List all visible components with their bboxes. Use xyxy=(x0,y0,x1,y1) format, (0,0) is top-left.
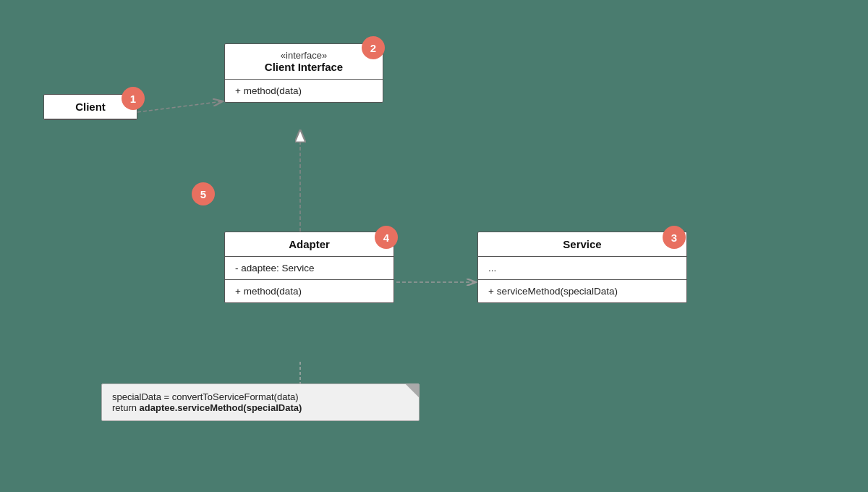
adapter-box-title: Adapter xyxy=(225,232,393,257)
note-line2: return adaptee.serviceMethod(specialData… xyxy=(112,402,409,413)
badge-3: 3 xyxy=(663,226,686,249)
svg-line-1 xyxy=(137,101,223,112)
service-field: ... xyxy=(478,257,686,280)
adapter-box: Adapter - adaptee: Service + method(data… xyxy=(224,232,394,303)
badge-4: 4 xyxy=(375,226,398,249)
interface-stereotype: «interface» xyxy=(235,50,373,61)
service-method: + serviceMethod(specialData) xyxy=(478,280,686,302)
adapter-field: - adaptee: Service xyxy=(225,257,393,280)
interface-box: «interface» Client Interface + method(da… xyxy=(224,43,383,103)
adapter-classname: Adapter xyxy=(235,238,383,250)
interface-method: + method(data) xyxy=(225,80,383,102)
adapter-method: + method(data) xyxy=(225,280,393,302)
badge-5: 5 xyxy=(192,182,215,205)
interface-box-title: «interface» Client Interface xyxy=(225,44,383,80)
service-box: Service ... + serviceMethod(specialData) xyxy=(477,232,687,303)
note-corner xyxy=(406,384,419,397)
diagram-container: Client «interface» Client Interface + me… xyxy=(0,0,868,492)
interface-classname: Client Interface xyxy=(235,61,373,73)
note-line2-bold: adaptee.serviceMethod(specialData) xyxy=(140,402,302,413)
client-classname: Client xyxy=(54,101,127,113)
service-classname: Service xyxy=(488,238,676,250)
badge-1: 1 xyxy=(122,87,145,110)
badge-2: 2 xyxy=(362,36,385,59)
service-box-title: Service xyxy=(478,232,686,257)
note-box: specialData = convertToServiceFormat(dat… xyxy=(101,383,420,421)
note-line1: specialData = convertToServiceFormat(dat… xyxy=(112,391,409,402)
note-line2-prefix: return xyxy=(112,402,140,413)
